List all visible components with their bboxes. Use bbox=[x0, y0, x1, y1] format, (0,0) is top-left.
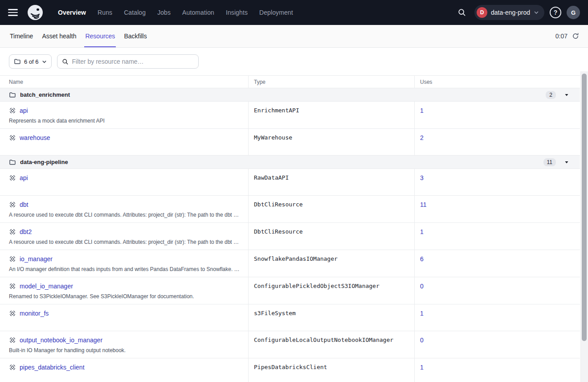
resource-name-link[interactable]: io_manager bbox=[20, 255, 53, 263]
resource-icon bbox=[9, 337, 16, 344]
resource-description: An I/O manager definition that reads inp… bbox=[9, 266, 241, 272]
resource-uses-cell: 3 bbox=[414, 169, 580, 195]
resource-icon bbox=[9, 255, 16, 263]
tab-asset-health[interactable]: Asset health bbox=[41, 25, 77, 47]
resource-name-cell: api Represents a mock data enrichment AP… bbox=[0, 102, 248, 128]
resource-icon bbox=[9, 107, 16, 114]
resource-row: io_manager An I/O manager definition tha… bbox=[0, 250, 580, 277]
resource-uses-cell: 2 bbox=[414, 129, 580, 155]
group-name: batch_enrichment bbox=[20, 91, 70, 98]
resource-uses-link[interactable]: 0 bbox=[420, 283, 424, 290]
resource-row: monitor_fs s3FileSystem 1 bbox=[0, 304, 580, 331]
resource-name-cell: monitor_fs bbox=[0, 304, 248, 331]
resource-name-cell: api bbox=[0, 169, 248, 195]
resource-row: api Represents a mock data enrichment AP… bbox=[0, 102, 580, 129]
deployment-badge: D bbox=[477, 7, 487, 18]
group-count-badge: 11 bbox=[543, 158, 556, 166]
resource-name-link[interactable]: model_io_manager bbox=[20, 283, 73, 290]
resource-name-link[interactable]: warehouse bbox=[20, 134, 50, 141]
scrollbar-track[interactable] bbox=[580, 71, 588, 382]
resource-name-cell: output_notebook_io_manager Built-in IO M… bbox=[0, 331, 248, 358]
collapse-caret-icon[interactable] bbox=[564, 160, 569, 165]
resource-uses-cell: 1 bbox=[414, 358, 580, 382]
search-icon bbox=[62, 58, 69, 65]
resource-icon bbox=[9, 201, 16, 208]
resource-uses-link[interactable]: 3 bbox=[420, 174, 424, 181]
menu-icon[interactable] bbox=[8, 7, 19, 18]
resource-uses-cell: 1 bbox=[414, 304, 580, 331]
global-search-icon[interactable] bbox=[455, 5, 469, 20]
resource-row: model_io_manager Renamed to S3PickleIOMa… bbox=[0, 277, 580, 304]
resource-name-link[interactable]: output_notebook_io_manager bbox=[20, 337, 102, 344]
resource-name-cell: pipes_databricks_client bbox=[0, 358, 248, 382]
resource-row: dbt2 A resource used to execute dbt CLI … bbox=[0, 223, 580, 250]
group-count-badge: 2 bbox=[546, 91, 556, 99]
resource-uses-link[interactable]: 1 bbox=[420, 364, 424, 371]
resource-type: ConfigurablePickledObjectS3IOManager bbox=[248, 277, 414, 304]
nav-link-jobs[interactable]: Jobs bbox=[157, 9, 171, 16]
folder-icon bbox=[14, 58, 21, 65]
user-avatar[interactable]: G bbox=[567, 6, 580, 19]
resource-name-link[interactable]: dbt2 bbox=[20, 228, 32, 235]
tab-resources[interactable]: Resources bbox=[84, 25, 116, 47]
resource-name-link[interactable]: pipes_databricks_client bbox=[20, 364, 85, 371]
collapse-caret-icon[interactable] bbox=[564, 92, 569, 98]
resource-name-link[interactable]: dbt bbox=[20, 201, 28, 208]
resource-icon bbox=[9, 310, 16, 317]
resource-icon bbox=[9, 228, 16, 235]
tab-timeline[interactable]: Timeline bbox=[9, 25, 34, 47]
resource-uses-link[interactable]: 1 bbox=[420, 228, 424, 235]
nav-link-automation[interactable]: Automation bbox=[182, 9, 214, 16]
nav-link-overview[interactable]: Overview bbox=[58, 9, 86, 16]
resource-name-link[interactable]: api bbox=[20, 107, 28, 114]
resource-uses-link[interactable]: 1 bbox=[420, 107, 424, 114]
resource-uses-cell: 1 bbox=[414, 223, 580, 250]
resource-group-row[interactable]: data-eng-pipeline 11 bbox=[0, 156, 580, 169]
resource-uses-link[interactable]: 11 bbox=[420, 201, 427, 208]
column-header-type: Type bbox=[248, 76, 414, 88]
resource-name-cell: dbt2 A resource used to execute dbt CLI … bbox=[0, 223, 248, 250]
refresh-icon[interactable] bbox=[572, 33, 579, 40]
help-icon[interactable]: ? bbox=[550, 7, 561, 18]
resource-name-link[interactable]: monitor_fs bbox=[20, 310, 49, 317]
folder-icon bbox=[9, 91, 16, 99]
scrollbar-thumb[interactable] bbox=[582, 74, 587, 341]
deployment-switcher[interactable]: D data-eng-prod bbox=[474, 5, 544, 20]
resource-name-cell: model_io_manager Renamed to S3PickleIOMa… bbox=[0, 277, 248, 304]
resource-row: dbt A resource used to execute dbt CLI c… bbox=[0, 196, 580, 223]
app-root: OverviewRunsCatalogJobsAutomationInsight… bbox=[0, 0, 588, 382]
resource-type: MyWarehouse bbox=[248, 129, 414, 155]
resource-icon bbox=[9, 364, 16, 371]
resource-uses-cell: 0 bbox=[414, 277, 580, 304]
resource-type: DbtCliResource bbox=[248, 223, 414, 250]
resource-uses-cell: 11 bbox=[414, 196, 580, 222]
nav-link-catalog[interactable]: Catalog bbox=[124, 9, 146, 16]
group-name: data-eng-pipeline bbox=[20, 159, 68, 165]
nav-link-insights[interactable]: Insights bbox=[226, 9, 248, 16]
resource-uses-link[interactable]: 2 bbox=[420, 134, 424, 141]
resource-icon bbox=[9, 174, 16, 181]
chevron-down-icon bbox=[534, 10, 539, 15]
resource-description: Represents a mock data enrichment API bbox=[9, 118, 241, 124]
group-filter-button[interactable]: 6 of 6 bbox=[9, 54, 52, 69]
resource-type: PipesDatabricksClient bbox=[248, 358, 414, 382]
resource-row: output_notebook_io_manager Built-in IO M… bbox=[0, 331, 580, 358]
nav-link-runs[interactable]: Runs bbox=[98, 9, 112, 16]
resource-uses-link[interactable]: 6 bbox=[420, 255, 424, 263]
deployment-name: data-eng-prod bbox=[491, 9, 530, 16]
resource-type: RawDataAPI bbox=[248, 169, 414, 195]
resource-uses-link[interactable]: 1 bbox=[420, 310, 424, 317]
resource-name-cell: io_manager An I/O manager definition tha… bbox=[0, 250, 248, 277]
group-filter-label: 6 of 6 bbox=[24, 58, 39, 65]
tab-backfills[interactable]: Backfills bbox=[123, 25, 147, 47]
resource-icon bbox=[9, 283, 16, 290]
nav-link-deployment[interactable]: Deployment bbox=[259, 9, 293, 16]
table-body: batch_enrichment 2 api Represents a mock… bbox=[0, 88, 580, 382]
dagster-logo-icon[interactable] bbox=[27, 4, 44, 21]
table-header: Name Type Uses bbox=[0, 76, 580, 88]
primary-nav-links: OverviewRunsCatalogJobsAutomationInsight… bbox=[58, 9, 293, 16]
resource-group-row[interactable]: batch_enrichment 2 bbox=[0, 88, 580, 102]
resource-filter-input[interactable] bbox=[72, 58, 194, 65]
resource-name-link[interactable]: api bbox=[20, 174, 28, 181]
resource-uses-link[interactable]: 0 bbox=[420, 337, 424, 344]
